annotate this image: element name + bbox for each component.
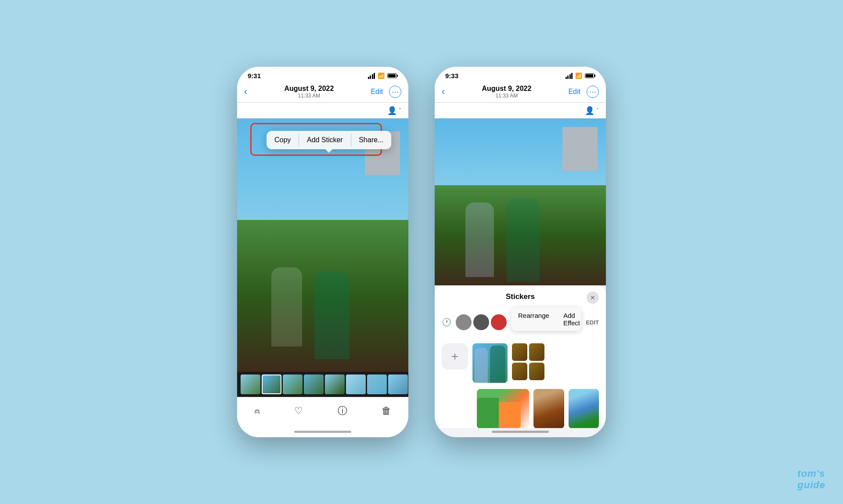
add-sticker-menu-item[interactable]: Add Sticker: [299, 131, 351, 149]
battery-icon: [387, 73, 398, 78]
back-button-2[interactable]: ‹: [442, 86, 445, 97]
more-button-1[interactable]: ⋯: [389, 86, 401, 98]
girl-long-hair-sticker[interactable]: [533, 389, 564, 428]
add-effect-button[interactable]: Add Effect: [556, 307, 581, 331]
thumbnail-item[interactable]: [325, 374, 345, 394]
thumbnail-item[interactable]: [241, 374, 260, 394]
bust-sticker-2[interactable]: [529, 343, 544, 361]
home-bar-1: [294, 431, 351, 433]
bust-stickers-group: [512, 343, 544, 380]
status-time-1: 9:31: [248, 72, 261, 79]
person-row-1: 👤 ˅: [237, 103, 408, 119]
person-row-2: 👤 ˅: [435, 103, 606, 119]
wifi-icon-2: 📶: [575, 72, 582, 79]
sticker-row-2: [477, 389, 599, 428]
thumbnail-item[interactable]: [346, 374, 366, 394]
add-sticker-button[interactable]: +: [442, 343, 468, 370]
home-indicator-1: [237, 428, 408, 437]
copy-menu-item[interactable]: Copy: [267, 131, 299, 149]
menu-arrow: [325, 149, 332, 153]
status-icons-1: 📶: [368, 72, 398, 79]
phone-1: 9:31 📶 ‹ August 9, 2022 11:33 AM Edit ⋯ …: [237, 67, 408, 437]
status-bar-1: 9:31 📶: [237, 67, 408, 81]
signal-icon: [368, 73, 375, 79]
battery-icon-2: [585, 73, 595, 78]
home-bar-2: [492, 431, 549, 433]
photo-area-2: [435, 119, 606, 285]
nav-bar-2: ‹ August 9, 2022 11:33 AM Edit ⋯: [435, 81, 606, 103]
kid-with-ball-sticker[interactable]: [569, 389, 599, 428]
thumbnail-strip-1: [237, 372, 408, 397]
person-icon-1: 👤: [387, 106, 397, 115]
sticker-row-1: +: [442, 343, 599, 383]
bottom-toolbar-1: ⍝ ♡ ⓘ 🗑: [237, 397, 408, 428]
bust-sticker-1[interactable]: [512, 343, 527, 361]
history-icon: 🕐: [442, 317, 451, 327]
thumbnail-item[interactable]: [262, 374, 281, 394]
status-icons-2: 📶: [566, 72, 596, 79]
nav-right-1: Edit ⋯: [371, 86, 401, 98]
sticker-bubble-1: [456, 314, 472, 330]
chevron-down-icon-2: ˅: [596, 108, 599, 114]
stickers-panel: Stickers ✕ 🕐 Rearrange Add Effect Delete: [435, 285, 606, 428]
status-time-2: 9:33: [445, 72, 458, 79]
nav-center-2: August 9, 2022 11:33 AM: [482, 85, 531, 99]
nav-time-2: 11:33 AM: [482, 93, 531, 99]
thumbnail-item[interactable]: [283, 374, 303, 394]
thumbnail-item[interactable]: [367, 374, 387, 394]
signal-icon-2: [566, 73, 573, 79]
rearrange-button[interactable]: Rearrange: [511, 307, 556, 331]
nav-right-2: Edit ⋯: [568, 86, 599, 98]
share-menu-item[interactable]: Share...: [351, 131, 391, 149]
toms-guide-line2: guide: [797, 479, 825, 491]
chevron-down-icon-1: ˅: [399, 108, 401, 114]
wifi-icon: 📶: [378, 72, 385, 79]
toms-guide-line1: tom's: [797, 468, 825, 479]
nav-date-1: August 9, 2022: [284, 85, 334, 93]
thumbnail-item[interactable]: [304, 374, 324, 394]
share-button[interactable]: ⍝: [247, 403, 267, 418]
heart-button[interactable]: ♡: [287, 403, 310, 418]
delete-button[interactable]: 🗑: [375, 403, 398, 418]
girls-sticker-group: [472, 343, 508, 383]
nav-date-2: August 9, 2022: [482, 85, 531, 93]
phone-2: 9:33 📶 ‹ August 9, 2022 11:33 AM Edit ⋯ …: [435, 67, 606, 437]
thumbnail-item[interactable]: [388, 374, 408, 394]
toms-guide-watermark: tom's guide: [797, 468, 825, 491]
sticker-bubble-3: [491, 314, 507, 330]
context-menu-1: Copy Add Sticker Share...: [267, 131, 391, 149]
stickers-title: Stickers: [442, 292, 599, 301]
girls-dancing-sticker[interactable]: [472, 343, 508, 383]
more-button-2[interactable]: ⋯: [587, 86, 599, 98]
stickers-area: Stickers ✕ 🕐 Rearrange Add Effect Delete: [435, 285, 606, 428]
nav-bar-1: ‹ August 9, 2022 11:33 AM Edit ⋯: [237, 81, 408, 103]
bust-sticker-3[interactable]: [512, 363, 527, 380]
edit-label[interactable]: EDIT: [586, 319, 599, 326]
home-indicator-2: [435, 428, 606, 437]
person-icon-2: 👤: [585, 106, 594, 115]
sticker-actions-row: 🕐 Rearrange Add Effect Delete EDIT: [442, 307, 599, 337]
edit-button-2[interactable]: Edit: [568, 88, 580, 96]
sticker-person-bubbles: [456, 314, 507, 330]
couple-sticker[interactable]: [477, 389, 529, 428]
sticker-context-menu: Rearrange Add Effect Delete: [511, 307, 581, 331]
photo-area-1: Copy Add Sticker Share...: [237, 119, 408, 372]
info-button[interactable]: ⓘ: [331, 403, 354, 419]
edit-button-1[interactable]: Edit: [371, 88, 383, 96]
nav-center-1: August 9, 2022 11:33 AM: [284, 85, 334, 99]
back-button-1[interactable]: ‹: [244, 86, 247, 97]
sticker-bubble-2: [473, 314, 489, 330]
stickers-close-button[interactable]: ✕: [587, 292, 599, 304]
bust-sticker-4[interactable]: [529, 363, 544, 380]
main-photo-1: Copy Add Sticker Share...: [237, 119, 408, 372]
nav-time-1: 11:33 AM: [284, 93, 334, 99]
status-bar-2: 9:33 📶: [435, 67, 606, 81]
